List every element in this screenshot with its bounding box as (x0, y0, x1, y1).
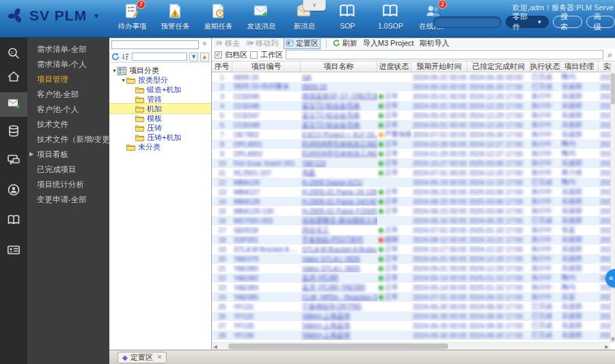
panel-collapse-icon[interactable]: » (202, 42, 209, 46)
table-row[interactable]: 19STLA M Bracket A ...STLA M Bracket A B… (212, 244, 610, 254)
tree-expanded-icon[interactable]: ▼ (120, 78, 126, 83)
table-row[interactable]: 28YF136Valeo+上海蓝球2024-06-30 00:002024-08… (212, 331, 610, 340)
table-row[interactable]: 15MBA129-130H-2905-01 Pamp F156/F158正常20… (212, 206, 610, 216)
rail-idcard-button[interactable] (0, 240, 27, 263)
sidebar-item[interactable]: 已完成项目 (27, 162, 118, 177)
table-toolbar-button[interactable]: 期初导入 (420, 38, 450, 48)
project-code-link[interactable]: YF132 (232, 313, 301, 320)
project-name-link[interactable]: H-2905-01 Pamp 24/140 (301, 198, 377, 206)
tree-node[interactable]: 机加 (109, 104, 211, 113)
project-name-link[interactable]: 0609.19 (301, 83, 377, 91)
project-code-link[interactable]: 0609.19-0530重复 (232, 82, 301, 92)
column-header[interactable]: 项目编号 (232, 61, 301, 72)
scroll-left-arrow[interactable]: ◀ (212, 343, 219, 350)
horizontal-scrollbar[interactable]: ◀ ▶ (212, 342, 610, 350)
search-category-select[interactable]: 零部件 ▼ (506, 16, 549, 28)
tree-node[interactable]: 锻造+机加 (109, 85, 211, 94)
logo-caret-icon[interactable]: ▼ (93, 12, 100, 20)
column-header[interactable]: 项目名称 (301, 61, 377, 72)
project-code-link[interactable]: DPL4002 (232, 150, 301, 158)
column-header[interactable]: 进度状态 (377, 61, 411, 72)
tree-collapse-up-button[interactable]: ▲ (200, 53, 209, 61)
topbar-button-warning-task[interactable]: 预警任务 (154, 3, 197, 36)
project-code-link[interactable]: YF131 (232, 303, 301, 311)
project-code-link[interactable]: CCE046 (232, 102, 301, 110)
table-row[interactable]: 3CCE045德国蓝旗SF-ST-10铝壳加...正常2024-05-01 00… (212, 92, 610, 101)
table-row[interactable]: 10609.19SA2024-06-22 00:002024-06-30 00:… (212, 72, 610, 82)
project-code-link[interactable]: SSF001 (232, 236, 301, 244)
table-row[interactable]: 22YAE082蓝房 VICAR正常2024-05-14 00:002025-0… (212, 273, 610, 283)
topbar-button-send-message[interactable]: 发送消息 (240, 3, 283, 36)
tree-node[interactable]: 模板 (109, 113, 211, 123)
project-name-link[interactable]: 81A55A/B壳体精加工A&T (301, 139, 377, 149)
table-row[interactable]: 9DPL400281A55A/B壳体精加工A&T正常2024-01-29 00:… (212, 149, 610, 158)
tree-node[interactable]: 压铸+机加 (109, 132, 211, 142)
project-name-link[interactable]: 手板制品-P01/T样件 (301, 235, 377, 244)
table-row[interactable]: 17SE0018四会安工正常2024-07-01 00:002025-01-10… (212, 225, 610, 235)
rail-database-button[interactable] (0, 121, 27, 144)
project-code-link[interactable]: CCE047 (232, 112, 301, 120)
table-row[interactable]: 13MBA127H-2905-01 Pamp 24-139正常2024-08-2… (212, 187, 610, 197)
rail-home-button[interactable] (0, 66, 27, 89)
project-name-link[interactable]: 蓝宝T2-铝合金壳体 (301, 120, 377, 130)
column-header[interactable]: 预期开始时间 (411, 61, 467, 72)
pinned-area-tab[interactable]: ◆ 定置区 ✕ (118, 352, 167, 363)
table-quick-search-input[interactable] (286, 50, 603, 59)
table-row[interactable]: 10Fire Evac Insert 201YAF119正常2024-10-27… (212, 158, 610, 168)
project-code-link[interactable]: HL2901-107 (232, 169, 301, 177)
project-code-link[interactable]: YAE082 (232, 275, 301, 282)
tree-node[interactable]: ▼按类型分 (109, 75, 211, 85)
advanced-search-button[interactable]: 高级 (586, 16, 615, 28)
project-code-link[interactable]: Fire Evac Insert 201 (232, 160, 301, 167)
vertical-scrollbar[interactable]: ▼ (610, 62, 615, 342)
project-code-link[interactable]: MBA126 (232, 179, 301, 186)
table-row[interactable]: 7OE7902ESCO Project + XLF 03...严重拖期2024-… (212, 130, 610, 139)
project-name-link[interactable]: CLM_HPDe - Reaction Dome (301, 294, 377, 301)
project-code-link[interactable]: YF136 (232, 332, 301, 339)
topbar-button-sop-book[interactable]: SOP (326, 3, 369, 36)
project-name-link[interactable]: 81A55A/B壳体精加工A&T (301, 149, 377, 158)
project-code-link[interactable]: CCE048 (232, 122, 301, 129)
project-code-link[interactable]: CCE045 (232, 93, 301, 100)
tree-node[interactable]: 管路 (109, 94, 211, 104)
sidebar-item[interactable]: 项目统计分析 (27, 177, 118, 192)
sidebar-item[interactable]: 需求清单-全部 (27, 42, 118, 57)
tree-expand-down-button[interactable]: ▼ (189, 53, 198, 61)
project-code-link[interactable]: 0609.19 (232, 74, 301, 81)
table-row[interactable]: 20YAE079Valeo STLA L 0825正常2024-05-01 00… (212, 254, 610, 264)
project-name-link[interactable]: STLA M Bracket A Brake... (301, 246, 377, 253)
table-toolbar-button[interactable]: 刷新 (332, 38, 357, 48)
project-code-link[interactable]: DPL4001 (232, 141, 301, 148)
project-code-link[interactable]: MST581-002 (232, 217, 301, 225)
project-name-link[interactable]: Valeo+上海蓝球 (301, 311, 377, 321)
rail-mail-button[interactable] (0, 92, 27, 117)
project-code-link[interactable]: YAE084 (232, 284, 301, 292)
project-name-link[interactable]: 四会安工 (301, 225, 377, 235)
project-code-link[interactable]: MBA128 (232, 198, 301, 206)
project-name-link[interactable]: SA (301, 74, 377, 81)
table-row[interactable]: 18SSF001手板制品-P01/T样件超期2024-08-12 00:0020… (212, 235, 610, 244)
project-name-link[interactable]: 风盘 (301, 168, 377, 178)
tree-node[interactable]: 未分类 (109, 142, 211, 152)
sidebar-item[interactable]: 客户池-全部 (27, 87, 118, 102)
project-name-link[interactable]: Valeo+上海蓝球 (301, 331, 377, 340)
table-row[interactable]: 14MBA128H-2905-01 Pamp 24/140正常2024-08-2… (212, 197, 610, 206)
table-row[interactable]: 12MBA126H-2900 Damin ECU2024-06-19 00:00… (212, 178, 610, 187)
project-code-link[interactable]: MBA129-130 (232, 208, 301, 215)
table-row[interactable]: 5CCE047蓝宝T2-铝合金壳体正常2024-05-01 00:002024-… (212, 111, 610, 120)
vertical-scrollbar-thumb[interactable] (611, 73, 615, 104)
column-header[interactable]: 执行状态 (530, 61, 560, 72)
sidebar-item[interactable]: 项目管理 (27, 72, 118, 87)
sidebar-item[interactable]: 技术文件 (27, 117, 118, 132)
table-row[interactable]: 11HL2901-107风盘正常2024-07-01 00:002024-12-… (212, 168, 610, 178)
project-name-link[interactable]: 蓝宝T2-铝合金壳体 (301, 111, 377, 120)
collapse-topbar-tab[interactable]: ∨ (303, 0, 326, 11)
table-row[interactable]: 27YF135Valeo+上海蓝球2024-06-30 00:002024-08… (212, 321, 610, 331)
table-row[interactable]: 20609.19-0530重复0609.192024-06-03 00:0020… (212, 82, 610, 92)
project-code-link[interactable]: SE0018 (232, 227, 301, 234)
project-name-link[interactable]: 高精密螺母-驱动模组主体 (301, 216, 377, 225)
tree-refresh-icon[interactable] (111, 53, 120, 61)
tree-node[interactable]: ▼项目分类 (109, 66, 211, 75)
project-code-link[interactable]: OE7902 (232, 131, 301, 139)
project-name-link[interactable]: Valeo+上海蓝球 (301, 321, 377, 331)
